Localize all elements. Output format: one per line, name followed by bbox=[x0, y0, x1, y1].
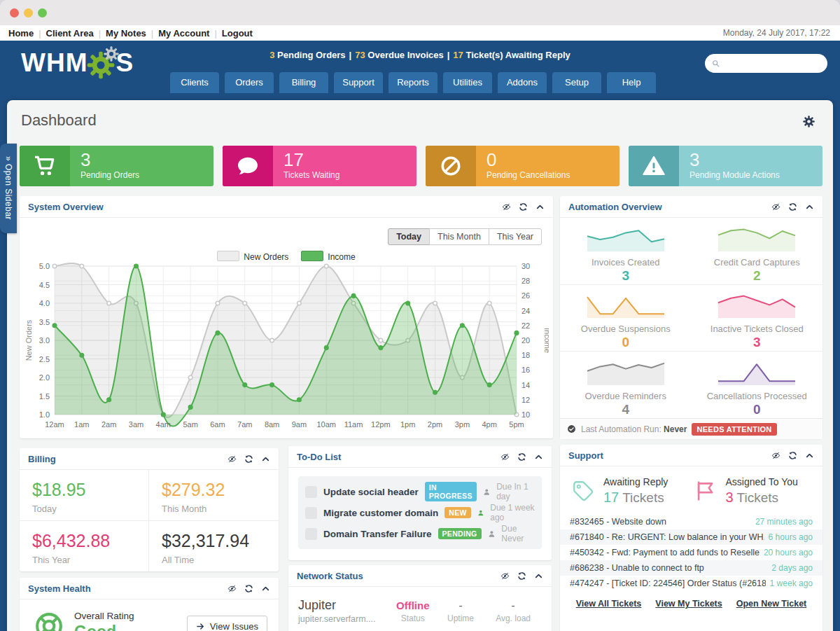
flag-icon bbox=[694, 479, 718, 503]
awaiting-reply-stat[interactable]: Awaiting Reply 17 Tickets bbox=[571, 476, 694, 506]
ticket-row[interactable]: #671840 - Re: URGENT: Low balance in you… bbox=[560, 529, 822, 545]
todo-checkbox[interactable] bbox=[305, 486, 317, 498]
hide-widget-icon[interactable] bbox=[502, 202, 511, 212]
ticket-subject[interactable]: #832465 - Website down bbox=[570, 517, 666, 527]
ticket-subject[interactable]: #671840 - Re: URGENT: Low balance in you… bbox=[570, 532, 764, 542]
nav-tab-addons[interactable]: Addons bbox=[498, 72, 547, 93]
nav-tab-utilities[interactable]: Utilities bbox=[443, 72, 492, 93]
refresh-widget-icon[interactable] bbox=[519, 202, 528, 212]
svg-text:3pm: 3pm bbox=[455, 420, 470, 429]
nav-tab-setup[interactable]: Setup bbox=[552, 72, 601, 93]
ticket-row[interactable]: #474247 - [Ticket ID: 224546] Order Stat… bbox=[560, 576, 822, 591]
svg-text:2.0: 2.0 bbox=[39, 373, 50, 382]
sparkline bbox=[585, 355, 666, 387]
collapse-widget-icon[interactable] bbox=[534, 452, 543, 462]
menu-my-notes[interactable]: My Notes bbox=[106, 28, 146, 39]
view-my-tickets-link[interactable]: View My Tickets bbox=[655, 599, 722, 609]
todo-item[interactable]: Migrate customer domain NEW Due 1 week a… bbox=[305, 502, 535, 523]
search-input[interactable] bbox=[705, 54, 827, 73]
todo-checkbox[interactable] bbox=[305, 507, 317, 519]
server-name: Jupiter bbox=[298, 598, 389, 613]
server-load: - bbox=[484, 599, 542, 611]
menu-client-area[interactable]: Client Area bbox=[46, 28, 94, 39]
ticket-row[interactable]: #686238 - Unable to connect to ftp 2 day… bbox=[560, 560, 822, 576]
collapse-widget-icon[interactable] bbox=[534, 571, 543, 581]
nav-tab-support[interactable]: Support bbox=[334, 72, 383, 93]
automation-label: Cancellations Processed bbox=[707, 391, 807, 401]
stat-card-tickets-waiting[interactable]: 17 Tickets Waiting bbox=[223, 146, 416, 186]
ticket-subject[interactable]: #450342 - Fwd: Payment to add funds to R… bbox=[570, 548, 760, 557]
nav-tab-billing[interactable]: Billing bbox=[279, 72, 328, 93]
dashboard-settings-gear-icon[interactable] bbox=[803, 116, 815, 127]
svg-text:2.5: 2.5 bbox=[39, 355, 50, 363]
nav-tab-reports[interactable]: Reports bbox=[388, 72, 438, 93]
zoom-window-button[interactable] bbox=[38, 8, 47, 18]
hide-widget-icon[interactable] bbox=[771, 202, 780, 212]
nav-tab-clients[interactable]: Clients bbox=[170, 72, 219, 93]
collapse-widget-icon[interactable] bbox=[261, 455, 270, 464]
search-icon bbox=[711, 59, 720, 68]
refresh-widget-icon[interactable] bbox=[244, 455, 253, 464]
app-header: WHM S 3 Pending Orders|73 Overdue Invoic… bbox=[0, 41, 840, 93]
range-this-year-button[interactable]: This Year bbox=[489, 228, 542, 245]
collapse-widget-icon[interactable] bbox=[805, 451, 814, 460]
page-title: Dashboard bbox=[21, 111, 97, 130]
needs-attention-badge[interactable]: NEEDS ATTENTION bbox=[692, 423, 776, 436]
ticket-time: 1 week ago bbox=[766, 578, 813, 588]
svg-text:10am: 10am bbox=[316, 420, 336, 429]
ticket-time: 20 hours ago bbox=[760, 548, 813, 557]
automation-label: Overdue Suspensions bbox=[581, 324, 671, 334]
nav-tab-help[interactable]: Help bbox=[607, 72, 656, 93]
svg-text:4.5: 4.5 bbox=[39, 281, 50, 289]
warning-icon bbox=[629, 146, 679, 186]
todo-item[interactable]: Update social header IN PROGRESS Due In … bbox=[305, 481, 535, 502]
stat-card-pending-cancellations[interactable]: 0 Pending Cancellations bbox=[426, 146, 620, 186]
range-this-month-button[interactable]: This Month bbox=[429, 228, 489, 245]
todo-checkbox[interactable] bbox=[305, 528, 317, 540]
refresh-widget-icon[interactable] bbox=[517, 452, 526, 462]
ticket-row[interactable]: #832465 - Website down 27 minutes ago bbox=[560, 514, 822, 529]
hide-widget-icon[interactable] bbox=[771, 451, 780, 460]
todo-due: Due In 1 day bbox=[496, 482, 535, 501]
stat-card-pending-module-actions[interactable]: 3 Pending Module Actions bbox=[629, 146, 822, 186]
assigned-to-you-stat[interactable]: Assigned To You 3 Tickets bbox=[694, 476, 816, 506]
hide-widget-icon[interactable] bbox=[500, 452, 510, 462]
open-new-ticket-link[interactable]: Open New Ticket bbox=[736, 599, 807, 609]
close-window-button[interactable] bbox=[10, 8, 19, 18]
refresh-widget-icon[interactable] bbox=[788, 202, 797, 212]
nav-tab-orders[interactable]: Orders bbox=[225, 72, 274, 93]
range-today-button[interactable]: Today bbox=[388, 228, 430, 245]
hide-widget-icon[interactable] bbox=[500, 571, 510, 581]
collapse-widget-icon[interactable] bbox=[261, 584, 270, 593]
pending-orders-label[interactable]: Pending Orders bbox=[274, 50, 345, 60]
tickets-awaiting-count[interactable]: 17 bbox=[453, 50, 463, 60]
todo-due: Due Never bbox=[501, 524, 535, 543]
stat-value: 3 bbox=[80, 149, 139, 170]
view-issues-button[interactable]: View Issues bbox=[187, 616, 267, 631]
menu-separator: | bbox=[99, 28, 101, 39]
overdue-invoices-count[interactable]: 73 bbox=[355, 50, 365, 60]
minimize-window-button[interactable] bbox=[24, 8, 33, 18]
view-all-tickets-link[interactable]: View All Tickets bbox=[576, 599, 642, 609]
stat-card-pending-orders[interactable]: 3 Pending Orders bbox=[20, 146, 214, 186]
ticket-subject[interactable]: #474247 - [Ticket ID: 224546] Order Stat… bbox=[570, 578, 766, 588]
server-row[interactable]: Jupiter jupiter.serverfarm.... Offline S… bbox=[288, 587, 552, 624]
menu-logout[interactable]: Logout bbox=[222, 28, 253, 39]
svg-text:5pm: 5pm bbox=[509, 420, 524, 429]
tickets-awaiting-label[interactable]: Ticket(s) Awaiting Reply bbox=[463, 50, 570, 60]
menu-home[interactable]: Home bbox=[8, 28, 34, 39]
overdue-invoices-label[interactable]: Overdue Invoices bbox=[365, 50, 444, 60]
menu-my-account[interactable]: My Account bbox=[158, 28, 209, 39]
hide-widget-icon[interactable] bbox=[227, 455, 237, 464]
hide-widget-icon[interactable] bbox=[227, 584, 237, 593]
refresh-widget-icon[interactable] bbox=[517, 571, 526, 581]
open-sidebar-tab[interactable]: » Open Sidebar bbox=[0, 144, 17, 233]
refresh-widget-icon[interactable] bbox=[244, 584, 253, 593]
ticket-subject[interactable]: #686238 - Unable to connect to ftp bbox=[570, 563, 704, 573]
todo-item[interactable]: Domain Transfer Failure PENDING Due Neve… bbox=[305, 523, 535, 544]
stat-value: 0 bbox=[486, 149, 570, 170]
collapse-widget-icon[interactable] bbox=[805, 202, 814, 212]
refresh-widget-icon[interactable] bbox=[788, 451, 797, 460]
ticket-row[interactable]: #450342 - Fwd: Payment to add funds to R… bbox=[560, 545, 822, 560]
collapse-widget-icon[interactable] bbox=[536, 202, 545, 212]
